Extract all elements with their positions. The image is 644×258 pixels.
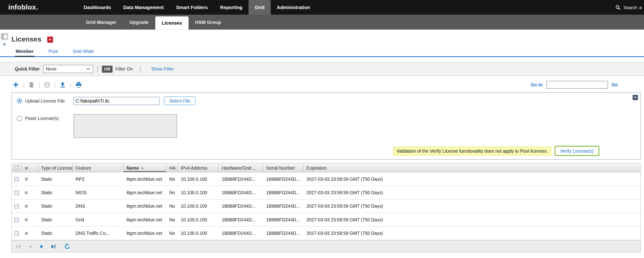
brand-logo: infoblox. [8,3,38,11]
divider: | [23,82,24,87]
next-page-icon[interactable] [38,243,45,250]
nav-administration[interactable]: Administration [271,0,316,15]
paste-license-label: Paste License(s) [25,116,74,121]
cell-name: ibgm.techblue.net [124,217,166,222]
expand-chevrons-icon[interactable]: » [3,41,6,47]
cell-name: ibgm.techblue.net [124,177,166,181]
close-panel-icon[interactable]: ✕ [632,95,638,100]
cell-feature: DNS [73,204,124,209]
tab-member[interactable]: Member [15,46,34,56]
licenses-table: ≡ Type of License Feature Name▲ HA IPv4 … [12,163,641,240]
subnav-upgrade[interactable]: Upgrade [123,15,155,30]
col-ipv4-address[interactable]: IPv4 Address [178,163,219,172]
verify-note: Validation of the Verify License functio… [393,146,551,155]
row-menu-icon[interactable]: ≡ [24,203,28,209]
col-feature[interactable]: Feature [73,163,124,172]
col-name[interactable]: Name▲ [124,163,166,172]
refresh-icon[interactable] [64,243,70,250]
page-title: Licenses [12,35,42,43]
panel-footer: Validation of the Verify License functio… [17,146,640,156]
cell-serial: 1B888FD244D... [263,177,304,181]
user-menu-partial[interactable]: a [639,5,642,10]
sort-asc-icon: ▲ [141,166,144,169]
cell-ipv4: 10.100.0.100 [178,190,219,195]
row-checkbox[interactable] [14,177,19,181]
cell-expiration: 2027-03-03 23:59:59 GMT (750 Days) [304,204,640,209]
cell-ha: No [166,190,178,195]
tab-grid-wide[interactable]: Grid Wide [72,46,95,56]
print-icon[interactable] [75,81,82,88]
cell-ipv4: 10.100.0.100 [178,204,219,209]
subnav-licenses[interactable]: Licenses [155,16,188,30]
verify-licenses-button[interactable]: Verify License(s) [554,146,599,156]
cell-ipv4: 10.100.0.100 [178,177,219,181]
table-row[interactable]: ≡ Static DNS ibgm.techblue.net No 10.100… [12,200,640,213]
last-page-icon[interactable] [50,243,57,250]
go-button[interactable]: Go [612,82,618,87]
divider: | [70,82,71,87]
paste-license-radio[interactable] [17,116,22,121]
nav-smart-folders[interactable]: Smart Folders [170,0,214,15]
nav-data-management[interactable]: Data Management [117,0,170,15]
row-checkbox[interactable] [14,204,19,208]
action-toolbar: | | | | Go to Go [12,79,641,90]
table-menu-icon[interactable]: ≡ [24,165,28,171]
topbar-right: Search a [614,4,644,11]
goto-group: Go to Go [531,81,641,89]
table-row[interactable]: ≡ Static RPZ ibgm.techblue.net No 10.100… [12,172,640,186]
subnav-hsm-group[interactable]: HSM Group [188,15,228,30]
nav-reporting[interactable]: Reporting [214,0,249,15]
table-row[interactable]: ≡ Static DNS Traffic Co... ibgm.techblue… [12,227,640,240]
search-icon[interactable] [614,4,622,11]
cell-name: ibgm.techblue.net [124,204,166,209]
col-ha[interactable]: HA [166,163,178,172]
chevron-down-icon [86,67,90,71]
select-file-button[interactable]: Select File [164,96,196,105]
cell-feature: DNS Traffic Co... [73,231,124,236]
table-row[interactable]: ≡ Static Grid ibgm.techblue.net No 10.10… [12,213,640,227]
row-checkbox[interactable] [14,190,19,195]
col-serial-number[interactable]: Serial Number [263,163,304,172]
select-all-checkbox[interactable] [14,165,19,170]
row-checkbox[interactable] [14,231,19,235]
filter-toggle[interactable]: Off [102,65,112,72]
cell-type: Static [38,190,73,195]
toolbar-panel-icon[interactable] [1,33,8,40]
row-menu-icon[interactable]: ≡ [24,176,28,182]
license-file-input[interactable] [74,97,160,105]
quick-filter-label: Quick Filter [15,67,40,71]
cell-serial: 1B888FD244D... [263,190,304,195]
col-expiration[interactable]: Expiration [304,163,640,172]
cell-hardware: 1B888FD244D... [219,190,263,195]
cell-ha: No [166,177,178,181]
row-menu-icon[interactable]: ≡ [24,230,28,237]
upload-icon[interactable] [59,81,66,88]
upload-file-radio[interactable] [17,98,22,103]
quick-filter-select[interactable]: None [43,65,93,73]
cell-expiration: 2027-03-03 23:59:59 GMT (750 Days) [304,177,640,181]
row-menu-icon[interactable]: ≡ [24,189,28,196]
tab-pool[interactable]: Pool [48,46,59,56]
cell-ipv4: 10.100.0.100 [178,231,219,236]
add-icon[interactable] [12,81,19,88]
subnav-grid-manager[interactable]: Grid Manager [79,15,123,30]
nav-grid[interactable]: Grid [249,0,271,15]
col-type-of-license[interactable]: Type of License [38,163,73,172]
cell-serial: 1B888FD244D... [263,217,304,222]
cell-type: Static [38,231,73,236]
paste-license-textarea[interactable] [74,114,177,138]
left-panel-expander: » [1,33,8,47]
divider [140,66,141,72]
goto-input[interactable] [546,81,608,89]
search-label[interactable]: Search [624,5,637,10]
cell-serial: 1B888FD244D... [263,231,304,236]
col-hardware-grid[interactable]: Hardware/Grid ... [219,163,263,172]
cell-name: ibgm.techblue.net [124,231,166,236]
row-checkbox[interactable] [14,217,19,222]
table-header: ≡ Type of License Feature Name▲ HA IPv4 … [12,163,640,172]
row-menu-icon[interactable]: ≡ [24,216,28,223]
show-filter-link[interactable]: Show Filter [151,67,174,71]
bookmark-icon[interactable]: ★ [47,36,53,43]
nav-dashboards[interactable]: Dashboards [78,0,117,15]
table-row[interactable]: ≡ Static NIOS ibgm.techblue.net No 10.10… [12,186,640,200]
